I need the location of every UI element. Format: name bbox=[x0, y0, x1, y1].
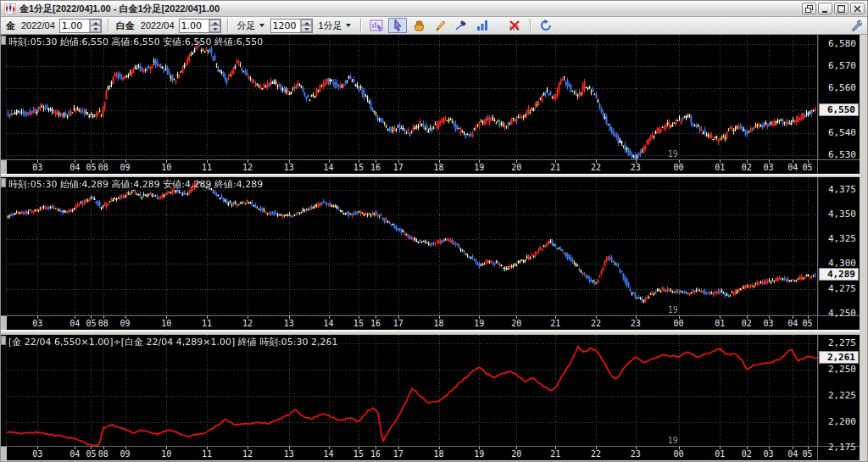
pencil-draw-tool-button[interactable] bbox=[431, 18, 449, 33]
x-axis-label: 01 bbox=[712, 163, 727, 172]
x-axis-label: 04 bbox=[785, 319, 800, 328]
date-change-marker: 19 bbox=[668, 436, 678, 445]
pane-left-scrollbar[interactable] bbox=[1, 335, 7, 446]
x-axis-label: 19 bbox=[471, 319, 487, 328]
x-axis-label: 09 bbox=[118, 163, 133, 172]
platinum-price-axis: 4,3754,3504,3254,3004,2754,2504,289 bbox=[817, 177, 860, 315]
x-axis-label: 00 bbox=[671, 449, 687, 459]
ratio-chart-canvas[interactable] bbox=[7, 335, 817, 446]
pane-left-scrollbar[interactable] bbox=[1, 35, 7, 159]
y-axis-label: 4,250 bbox=[828, 308, 856, 319]
bar-chart-icon bbox=[476, 19, 488, 31]
pane-left-scrollbar[interactable] bbox=[1, 177, 7, 315]
gold-scale-input[interactable] bbox=[60, 19, 89, 32]
x-axis-label: 18 bbox=[431, 319, 447, 328]
scrollbar-thumb[interactable] bbox=[1, 178, 6, 187]
x-axis-label: 12 bbox=[240, 163, 255, 172]
axis-corner bbox=[1, 446, 7, 460]
x-axis-label: 23 bbox=[628, 163, 643, 172]
x-axis-label: 08 bbox=[96, 449, 111, 459]
x-axis-label: 21 bbox=[548, 163, 563, 172]
wrench-settings-icon[interactable] bbox=[850, 19, 862, 31]
x-axis-label: 01 bbox=[712, 449, 727, 459]
x-axis-label: 05 bbox=[800, 319, 815, 328]
current-price-box: 4,289 bbox=[819, 268, 859, 281]
toolbar-separator bbox=[227, 19, 228, 32]
x-axis-label: 03 bbox=[30, 449, 45, 459]
close-button[interactable] bbox=[850, 3, 865, 14]
gold-chart-canvas[interactable] bbox=[7, 35, 817, 159]
x-axis-label: 15 bbox=[351, 319, 366, 328]
x-axis-label: 23 bbox=[628, 449, 643, 459]
hand-pan-tool-button[interactable] bbox=[409, 18, 428, 33]
ratio-time-axis: 0304050809101112131415161718192021222300… bbox=[7, 446, 817, 460]
x-axis-label: 00 bbox=[671, 163, 687, 172]
scrollbar-thumb[interactable] bbox=[1, 336, 6, 345]
x-axis-label: 10 bbox=[159, 163, 174, 172]
select-arrow-icon bbox=[392, 19, 403, 31]
gold-scale-spin-buttons[interactable] bbox=[89, 19, 101, 32]
refresh-button[interactable] bbox=[537, 18, 555, 33]
axis-corner bbox=[1, 159, 7, 174]
chart-type-dropdown-button[interactable] bbox=[473, 18, 492, 33]
platinum-scale-spin-buttons[interactable] bbox=[209, 19, 220, 32]
bar-count-spin-buttons[interactable] bbox=[300, 19, 312, 32]
x-axis-label: 14 bbox=[321, 163, 337, 172]
x-axis-label: 10 bbox=[159, 319, 174, 328]
x-axis-label: 09 bbox=[118, 319, 133, 328]
y-axis-label: 2,175 bbox=[828, 442, 856, 453]
toolbar-separator bbox=[360, 19, 361, 32]
x-axis-label: 09 bbox=[118, 449, 133, 459]
current-price-box: 6,550 bbox=[819, 103, 859, 116]
date-change-marker: 19 bbox=[668, 149, 678, 159]
x-axis-label: 01 bbox=[712, 319, 727, 328]
x-axis-label: 04 bbox=[785, 163, 800, 172]
x-axis-label: 08 bbox=[96, 163, 111, 172]
bar-count-spinbox bbox=[270, 19, 313, 33]
x-axis-label: 04 bbox=[67, 319, 82, 328]
interval-dropdown[interactable]: 1分足 bbox=[315, 19, 354, 32]
x-axis-label: 05 bbox=[800, 449, 815, 459]
delete-chart-tool-button[interactable] bbox=[505, 18, 524, 33]
cascade-window-button[interactable] bbox=[802, 3, 816, 14]
y-axis-label: 4,325 bbox=[828, 233, 856, 244]
scrollbar-thumb[interactable] bbox=[1, 36, 6, 45]
x-axis-label: 15 bbox=[351, 449, 366, 459]
app-candlestick-icon bbox=[4, 3, 16, 14]
select-arrow-tool-button[interactable] bbox=[388, 18, 407, 33]
y-axis-label: 6,560 bbox=[828, 82, 856, 93]
y-axis-label: 2,275 bbox=[828, 337, 856, 348]
y-axis-label: 4,350 bbox=[828, 209, 856, 220]
x-axis-label: 05 bbox=[800, 163, 815, 172]
platinum-plot-area: 時刻:05:30 始値:4,289 高値:4,289 安値:4,289 終値:4… bbox=[7, 177, 817, 315]
minimize-button[interactable] bbox=[818, 3, 832, 14]
x-axis-label: 16 bbox=[368, 319, 383, 328]
y-axis-label: 6,570 bbox=[828, 60, 856, 71]
platinum-contract-month[interactable]: 2022/04 bbox=[141, 20, 175, 31]
chart-type-dropdown-arrow[interactable] bbox=[494, 18, 503, 33]
chart-cursor-tool-button[interactable] bbox=[367, 18, 386, 33]
platinum-chart-canvas[interactable] bbox=[7, 177, 817, 315]
period-type-dropdown[interactable]: 分足 bbox=[234, 19, 268, 32]
x-axis-label: 18 bbox=[431, 163, 447, 172]
platinum-chart-pane: 時刻:05:30 始値:4,289 高値:4,289 安値:4,289 終値:4… bbox=[1, 177, 860, 330]
y-axis-label: 2,225 bbox=[828, 390, 856, 401]
x-axis-label: 17 bbox=[391, 319, 406, 328]
x-axis-label: 04 bbox=[67, 163, 82, 172]
gold-contract-month[interactable]: 2022/04 bbox=[21, 20, 55, 31]
pen-annotate-tool-button[interactable] bbox=[452, 18, 470, 33]
y-axis-label: 6,530 bbox=[828, 149, 856, 160]
x-axis-label: 03 bbox=[761, 163, 776, 172]
gold-ohlc-readout: 時刻:05:30 始値:6,550 高値:6,550 安値:6,550 終値:6… bbox=[8, 36, 263, 48]
ratio-price-axis: 2,2752,2502,2252,2002,1752,261 bbox=[817, 335, 860, 446]
y-axis-label: 6,540 bbox=[828, 127, 856, 138]
x-axis-label: 11 bbox=[199, 319, 214, 328]
platinum-scale-input[interactable] bbox=[180, 19, 209, 32]
x-axis-label: 22 bbox=[588, 163, 604, 172]
y-axis-label: 2,250 bbox=[828, 364, 856, 375]
axis-corner bbox=[1, 315, 7, 330]
maximize-button[interactable] bbox=[834, 3, 849, 14]
bar-count-input[interactable] bbox=[271, 19, 300, 32]
x-axis-label: 04 bbox=[785, 449, 800, 459]
chart-app-window: 金1分足[2022/04]1.00 - 白金1分足[2022/04]1.00 金… bbox=[0, 0, 868, 462]
